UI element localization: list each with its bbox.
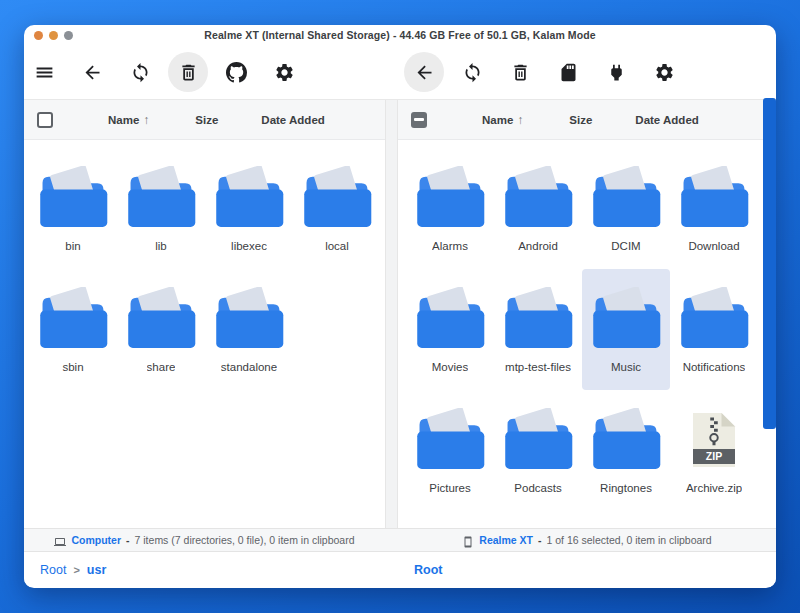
file-item-bin[interactable]: bin — [29, 148, 117, 269]
status-separator: - — [538, 534, 542, 546]
file-item-sbin[interactable]: sbin — [29, 269, 117, 390]
file-label: Pictures — [429, 482, 471, 494]
folder-icon — [501, 166, 575, 230]
github-button[interactable] — [216, 52, 256, 92]
delete-button[interactable] — [168, 52, 208, 92]
file-label: Music — [611, 361, 641, 373]
sd-card-button[interactable] — [548, 52, 588, 92]
file-item-Alarms[interactable]: Alarms — [406, 148, 494, 269]
breadcrumb-root[interactable]: Root — [414, 563, 442, 577]
back-button[interactable] — [404, 52, 444, 92]
column-size[interactable]: Size — [195, 114, 218, 126]
scrollbar-thumb[interactable] — [763, 98, 776, 429]
breadcrumb-root[interactable]: Root — [40, 563, 66, 577]
folder-icon — [677, 166, 751, 230]
file-item-local[interactable]: local — [293, 148, 381, 269]
file-item-Download[interactable]: Download — [670, 148, 758, 269]
close-button[interactable] — [34, 31, 43, 40]
toolbar-local — [24, 52, 385, 92]
pane-divider — [385, 100, 398, 528]
file-item-Pictures[interactable]: Pictures — [406, 390, 494, 511]
file-item-libexec[interactable]: libexec — [205, 148, 293, 269]
device-name-label[interactable]: Realme XT — [479, 534, 533, 546]
folder-icon — [413, 287, 487, 351]
column-name[interactable]: Name ↑ — [482, 113, 523, 127]
github-icon — [226, 62, 247, 83]
folder-icon — [413, 166, 487, 230]
device-status: Realme XT - 1 of 16 selected, 0 item in … — [398, 529, 776, 551]
file-label: mtp-test-files — [505, 361, 571, 373]
refresh-icon — [462, 62, 483, 83]
file-label: Notifications — [683, 361, 746, 373]
file-item-Android[interactable]: Android — [494, 148, 582, 269]
column-date-added[interactable]: Date Added — [261, 114, 324, 126]
delete-icon — [510, 62, 531, 83]
folder-icon — [212, 166, 286, 230]
status-separator: - — [126, 534, 130, 546]
file-item-DCIM[interactable]: DCIM — [582, 148, 670, 269]
zoom-button[interactable] — [64, 31, 73, 40]
local-status: Computer - 7 items (7 directories, 0 fil… — [24, 529, 385, 551]
window-controls — [34, 25, 73, 45]
file-label: Archive.zip — [686, 482, 742, 494]
settings-button[interactable] — [644, 52, 684, 92]
select-all-checkbox[interactable] — [37, 112, 53, 128]
breadcrumb-bar: Root>usr Root — [24, 552, 776, 587]
folder-icon — [212, 287, 286, 351]
file-label: Alarms — [432, 240, 468, 252]
svg-text:ZIP: ZIP — [706, 450, 722, 462]
breadcrumb-usr[interactable]: usr — [87, 563, 106, 577]
folder-icon — [589, 166, 663, 230]
toolbar-device — [385, 52, 776, 92]
file-item-lib[interactable]: lib — [117, 148, 205, 269]
refresh-button[interactable] — [120, 52, 160, 92]
local-file-grid: binliblibexeclocalsbinsharestandalone — [24, 140, 385, 528]
file-label: share — [147, 361, 176, 373]
minimize-button[interactable] — [49, 31, 58, 40]
file-label: sbin — [62, 361, 83, 373]
file-item-Music[interactable]: Music — [582, 269, 670, 390]
select-all-checkbox[interactable] — [411, 112, 427, 128]
file-label: local — [325, 240, 349, 252]
local-device-label[interactable]: Computer — [71, 534, 121, 546]
column-name[interactable]: Name ↑ — [108, 113, 149, 127]
refresh-button[interactable] — [452, 52, 492, 92]
toolbar — [24, 45, 776, 100]
window-title: Realme XT (Internal Shared Storage) - 44… — [204, 29, 595, 41]
column-name-label: Name — [108, 114, 139, 126]
folder-icon — [124, 287, 198, 351]
local-list-header: Name ↑ Size Date Added — [24, 100, 385, 140]
file-item-share[interactable]: share — [117, 269, 205, 390]
folder-icon — [413, 408, 487, 472]
file-item-Archive.zip[interactable]: ZIPArchive.zip — [670, 390, 758, 511]
column-size[interactable]: Size — [569, 114, 592, 126]
zip-file-icon: ZIP — [687, 408, 741, 472]
file-label: standalone — [221, 361, 277, 373]
settings-button[interactable] — [264, 52, 304, 92]
delete-button[interactable] — [500, 52, 540, 92]
menu-button[interactable] — [24, 52, 64, 92]
column-date-added[interactable]: Date Added — [635, 114, 698, 126]
power-plug-button[interactable] — [596, 52, 636, 92]
settings-icon — [654, 62, 675, 83]
back-button[interactable] — [72, 52, 112, 92]
file-item-standalone[interactable]: standalone — [205, 269, 293, 390]
breadcrumb-separator-icon: > — [73, 564, 79, 576]
file-item-Podcasts[interactable]: Podcasts — [494, 390, 582, 511]
file-item-Movies[interactable]: Movies — [406, 269, 494, 390]
file-label: Movies — [432, 361, 468, 373]
file-label: Android — [518, 240, 558, 252]
folder-icon — [36, 166, 110, 230]
device-pane: Name ↑ Size Date Added AlarmsAndroidDCIM… — [398, 100, 776, 528]
file-item-mtp-test-files[interactable]: mtp-test-files — [494, 269, 582, 390]
device-status-summary: 1 of 16 selected, 0 item in clipboard — [547, 534, 712, 546]
content-area: Name ↑ Size Date Added binliblibexecloca… — [24, 100, 776, 528]
back-icon — [82, 62, 103, 83]
menu-icon — [34, 62, 55, 83]
file-item-Notifications[interactable]: Notifications — [670, 269, 758, 390]
titlebar: Realme XT (Internal Shared Storage) - 44… — [24, 25, 776, 45]
file-item-Ringtones[interactable]: Ringtones — [582, 390, 670, 511]
computer-icon — [54, 534, 66, 546]
refresh-icon — [130, 62, 151, 83]
device-list-header: Name ↑ Size Date Added — [398, 100, 776, 140]
